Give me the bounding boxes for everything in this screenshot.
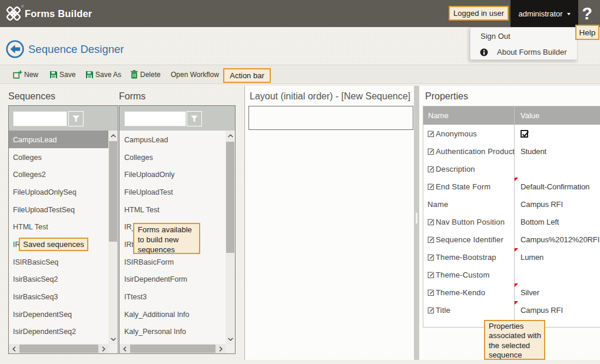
scroll-left-icon[interactable] [9,344,19,353]
property-name-cell: Authentication Product [423,142,515,160]
page-title: Sequence Designer [28,43,124,56]
property-value-cell[interactable]: Campus RFI [515,195,600,213]
list-item[interactable]: IsirDependentSeq2 [9,322,108,340]
property-name: Theme-Kendo [436,288,485,297]
annotation-forms-available: Forms available to build new sequences [133,223,200,254]
forms-filter-input[interactable] [124,111,186,126]
property-value: Campus RFI [521,306,563,315]
sequences-horizontal-scrollbar[interactable] [9,344,108,353]
property-value-cell[interactable]: Lumen [515,248,600,266]
property-value-cell[interactable] [515,125,600,142]
scroll-up-icon[interactable] [226,131,235,141]
scroll-down-icon[interactable] [108,334,118,344]
scrollbar-thumb[interactable] [109,141,117,242]
list-item[interactable]: Colleges2 [9,165,108,183]
list-item[interactable]: IsirDependentForm [120,270,226,288]
menu-item-about[interactable]: About Forms Builder [470,44,577,60]
new-form-icon [13,70,22,79]
property-name: Authentication Product [436,147,515,156]
scroll-right-icon[interactable] [98,344,108,353]
property-name: Name [427,200,448,209]
layout-drop-area[interactable] [248,106,413,130]
list-item[interactable]: FileUploadTestSeq [9,201,108,218]
list-item[interactable]: IsirDependentSeq [9,305,108,323]
list-item[interactable]: FileUploadOnlySeq [9,183,108,201]
list-item[interactable]: Colleges [120,148,226,166]
layout-pane: Layout (initial order) - [New Sequence] [244,86,414,360]
property-row: Description [423,160,600,178]
list-item[interactable]: Kaly_Personal Info [120,322,226,340]
property-value-cell[interactable] [515,160,600,178]
checkbox-checked[interactable] [521,130,528,138]
list-item[interactable]: FileUploadOnly [120,165,226,183]
user-menu-button[interactable]: administrator [511,0,578,27]
forms-horizontal-scrollbar[interactable] [120,344,226,353]
property-name-cell: Sequence Identifier [423,231,515,248]
list-item[interactable]: Colleges [9,148,108,166]
caret-down-icon [567,13,571,15]
menu-item-sign-out[interactable]: Sign Out [470,28,577,44]
list-item[interactable]: HTML Test [9,218,108,235]
property-name: Theme-Bootstrap [436,253,496,262]
list-item[interactable]: FileUploadTest [120,183,226,201]
help-button[interactable]: ? [578,2,596,26]
forms-vertical-scrollbar[interactable] [226,131,235,344]
sequences-filter-button[interactable] [68,111,84,126]
properties-grid-header: Name Value [423,106,600,125]
delete-button[interactable]: Delete [130,65,161,84]
open-workflow-button[interactable]: Open Workflow [171,65,219,84]
filter-funnel-icon [72,115,79,122]
splitter-bar[interactable] [414,86,419,360]
list-item[interactable]: CampusLead [120,131,226,148]
property-value: Campus RFI [521,200,563,209]
property-value-cell[interactable]: Campus RFI [515,301,600,319]
scroll-left-icon[interactable] [120,344,130,353]
property-value-cell[interactable]: Silver [515,283,600,301]
button-label: Open Workflow [171,71,219,79]
splitter-handle[interactable] [416,213,417,223]
scroll-up-icon[interactable] [108,131,118,141]
property-row: Anonymous [423,125,600,142]
list-item[interactable]: ITtest3 [120,288,226,305]
list-item[interactable]: ISIRBasicForm [120,253,226,271]
scroll-down-icon[interactable] [226,334,235,344]
edit-pencil-icon [427,218,435,226]
scrollbar-thumb[interactable] [226,142,234,253]
menu-item-label: About Forms Builder [497,48,567,56]
property-value-cell[interactable]: Default-Confirmation [515,178,600,195]
back-button[interactable] [6,40,24,58]
scrollbar-thumb[interactable] [19,345,98,353]
scrollbar-thumb[interactable] [130,345,216,353]
scrollbar-corner [108,344,118,353]
sequences-filter-input[interactable] [13,111,67,126]
list-item[interactable]: ISIRBasicSeq [9,253,108,271]
property-name-cell: Theme-Bootstrap [423,248,515,266]
scroll-right-icon[interactable] [216,344,226,353]
list-item[interactable]: Kaly_Additional Info [120,305,226,323]
property-value: Default-Confirmation [521,182,589,191]
save-as-button[interactable]: Save As [85,65,121,84]
new-button[interactable]: New [13,65,38,84]
action-bar: New Save Save As [0,65,600,84]
sequences-panel: CampusLeadCollegesColleges2FileUploadOnl… [8,105,118,354]
property-value-cell[interactable] [515,266,600,283]
list-item[interactable]: HTML Test [120,201,226,218]
list-item[interactable]: IsirBasicSeq2 [9,270,108,288]
forms-filter-button[interactable] [187,111,202,126]
user-dropdown-menu: Sign Out About Forms Builder [470,27,578,60]
property-name-cell: Theme-Kendo [423,283,515,301]
save-button[interactable]: Save [49,65,75,84]
list-item[interactable]: IsirBasicSeq3 [9,288,108,305]
annotation-help: Help [575,25,599,40]
property-value-cell[interactable]: Bottom Left [515,213,600,231]
property-value-cell[interactable]: Campus%2012%20RFI [515,231,600,248]
menu-item-label: Sign Out [480,32,511,41]
list-item[interactable]: CampusLead [9,131,108,148]
property-value: Campus%2012%20RFI [521,235,599,244]
sequences-vertical-scrollbar[interactable] [108,131,118,344]
property-value-cell[interactable]: Student [515,142,600,160]
edit-pencil-icon [427,129,435,138]
app-title: Forms Builder [25,0,92,27]
top-bar: ® Forms Builder administrator ? [0,0,600,27]
property-value: Student [521,147,546,156]
